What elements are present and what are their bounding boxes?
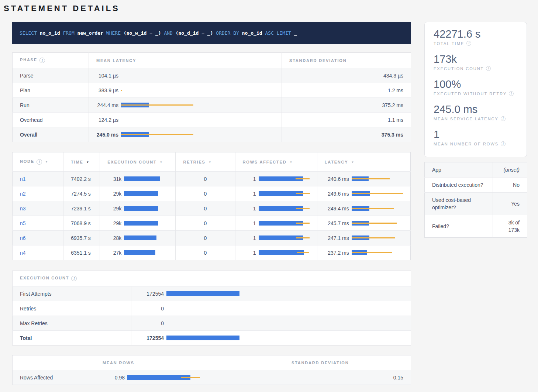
- node-time-value: 7402.2 s: [63, 172, 100, 186]
- latency-bar: [121, 132, 193, 137]
- mean-latency-value: 383.9 µs: [92, 87, 118, 93]
- rows-affected-bar: [259, 206, 311, 211]
- stat-total-time: 42271.6 s TOTAL TIMEi: [434, 28, 518, 46]
- stat-label: EXECUTED WITHOUT RETRYi: [434, 91, 518, 96]
- mean-rows-bar: [127, 375, 200, 380]
- node-latency-bar: [352, 191, 406, 196]
- node-column-header[interactable]: NODEi▼: [13, 152, 63, 172]
- exec-row-value: 0: [134, 306, 164, 312]
- retries-value: 0: [176, 231, 235, 245]
- phase-label: Plan: [13, 83, 89, 98]
- attribute-label: Failed?: [425, 215, 493, 238]
- node-link[interactable]: n6: [20, 235, 26, 241]
- node-link[interactable]: n2: [20, 191, 26, 197]
- exec-row-label: Total: [13, 331, 131, 345]
- mean-latency-value: 124.2 µs: [92, 117, 118, 123]
- sort-arrow-icon: ▼: [160, 161, 163, 164]
- node-time-value: 7068.9 s: [63, 216, 100, 231]
- time-column-header[interactable]: TIME▼: [63, 152, 100, 172]
- info-icon[interactable]: i: [39, 58, 45, 63]
- std-dev-value: 0.15: [284, 370, 411, 385]
- std-dev-value: 434.3 µs: [282, 68, 411, 83]
- node-statistics-table: NODEi▼ TIME▼ EXECUTION COUNT▼ RETRIES▼ R…: [12, 152, 411, 260]
- stat-executed-without-retry: 100% EXECUTED WITHOUT RETRYi: [434, 78, 518, 96]
- statement-attributes-table: App (unset) Distributed execution? No Us…: [424, 162, 527, 238]
- sort-arrow-icon: ▼: [289, 161, 292, 164]
- table-row: Parse 104.1 µs 434.3 µs: [13, 68, 411, 83]
- info-icon[interactable]: i: [466, 41, 471, 46]
- stat-label: TOTAL TIMEi: [434, 41, 518, 46]
- info-icon[interactable]: i: [509, 91, 514, 96]
- node-latency-bar: [352, 221, 406, 226]
- stat-value: 1: [434, 128, 518, 141]
- info-icon[interactable]: i: [486, 66, 491, 71]
- node-time-value: 6935.7 s: [63, 231, 100, 245]
- latency-bar: [121, 103, 193, 107]
- stat-mean-number-of-rows: 1 MEAN NUMBER OF ROWSi: [434, 128, 518, 146]
- std-dev-value: 375.2 ms: [282, 98, 411, 113]
- exec-count-value: 29k: [103, 191, 121, 197]
- mean-latency-column-header: MEAN LATENCY: [89, 53, 282, 68]
- table-row: Max Retries 0: [13, 316, 411, 331]
- exec-row-value: 172554: [134, 335, 164, 341]
- blank-column-header: [13, 355, 95, 370]
- stat-label: MEAN NUMBER OF ROWSi: [434, 141, 518, 146]
- execution-count-table-header: EXECUTION COUNTi: [13, 271, 411, 286]
- table-row: Used cost-based optimizer? Yes: [425, 193, 527, 215]
- mean-latency-value: 244.4 ms: [92, 102, 118, 108]
- info-icon[interactable]: i: [501, 141, 506, 146]
- exec-count-bar: [124, 250, 160, 255]
- exec-row-bar: [166, 336, 239, 340]
- execution-count-column-header[interactable]: EXECUTION COUNT▼: [100, 152, 176, 172]
- summary-stats-card: 42271.6 s TOTAL TIMEi 173k EXECUTION COU…: [424, 22, 527, 157]
- mean-rows-column-header: MEAN ROWS: [95, 355, 284, 370]
- mean-latency-value: 245.0 ms: [92, 132, 118, 138]
- node-latency-value: 249.6 ms: [320, 191, 349, 197]
- exec-count-bar: [124, 176, 160, 181]
- retries-column-header[interactable]: RETRIES▼: [176, 152, 235, 172]
- stat-label: EXECUTION COUNTi: [434, 66, 518, 71]
- mean-latency-value: 104.1 µs: [92, 73, 118, 79]
- execution-count-table: EXECUTION COUNTi First Attempts 172554 R…: [12, 271, 411, 345]
- rows-affected-value: 1: [238, 220, 256, 226]
- node-latency-value: 240.6 ms: [320, 176, 349, 182]
- table-row: n3 7239.1 s 29k 0 1 249.4 ms: [13, 201, 411, 216]
- exec-count-bar: [124, 221, 160, 226]
- phase-latency-table: PHASEi MEAN LATENCY STANDARD DEVIATION P…: [12, 52, 411, 142]
- info-icon[interactable]: i: [37, 159, 42, 165]
- node-latency-bar: [352, 250, 406, 255]
- attribute-value: Yes: [493, 193, 527, 215]
- node-link[interactable]: n1: [20, 176, 26, 182]
- exec-count-value: 27k: [103, 250, 121, 256]
- stat-label: MEAN SERVICE LATENCYi: [434, 116, 518, 121]
- stat-value: 100%: [434, 78, 518, 90]
- node-latency-bar: [352, 176, 406, 181]
- table-row: Total 172554: [13, 331, 411, 345]
- phase-label: Overall: [13, 127, 89, 142]
- rows-affected-label: Rows Affected: [13, 370, 95, 385]
- rows-affected-column-header[interactable]: ROWS AFFECTED▼: [235, 152, 317, 172]
- table-row: App (unset): [425, 162, 527, 178]
- exec-row-value: 172554: [134, 291, 164, 297]
- node-latency-bar: [352, 206, 406, 211]
- rows-affected-bar: [259, 235, 311, 240]
- node-link[interactable]: n5: [20, 220, 26, 226]
- latency-column-header[interactable]: LATENCY▼: [317, 152, 410, 172]
- node-link[interactable]: n3: [20, 206, 26, 212]
- retries-value: 0: [176, 245, 235, 260]
- node-latency-value: 247.1 ms: [320, 235, 349, 241]
- node-latency-value: 237.2 ms: [320, 250, 349, 256]
- table-row: Plan 383.9 µs 1.2 ms: [13, 83, 411, 98]
- exec-row-value: 0: [134, 320, 164, 326]
- table-row: Retries 0: [13, 301, 411, 316]
- info-icon[interactable]: i: [71, 276, 77, 281]
- info-icon[interactable]: i: [501, 116, 506, 121]
- node-link[interactable]: n4: [20, 250, 26, 256]
- exec-count-value: 28k: [103, 235, 121, 241]
- node-time-value: 6351.1 s: [63, 245, 100, 260]
- table-row: Overhead 124.2 µs 1.1 ms: [13, 113, 411, 127]
- std-dev-value: 1.2 ms: [282, 83, 411, 98]
- attribute-value: No: [493, 178, 527, 193]
- rows-affected-bar: [259, 221, 311, 226]
- phase-label: Parse: [13, 68, 89, 83]
